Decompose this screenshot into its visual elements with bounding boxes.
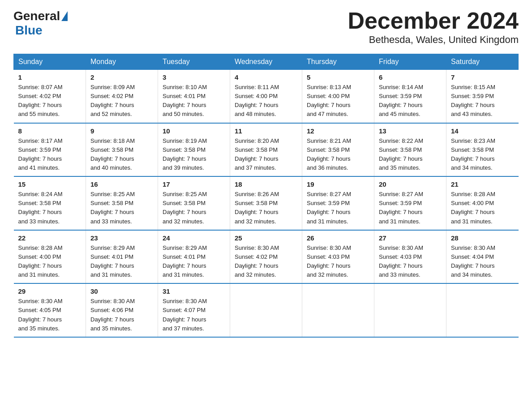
table-row: 2 Sunrise: 8:09 AM Sunset: 4:02 PM Dayli… <box>86 70 158 123</box>
day-info: Sunrise: 8:20 AM Sunset: 3:58 PM Dayligh… <box>235 137 297 173</box>
day-number: 31 <box>163 287 225 295</box>
table-row: 11 Sunrise: 8:20 AM Sunset: 3:58 PM Dayl… <box>230 123 302 177</box>
day-info: Sunrise: 8:29 AM Sunset: 4:01 PM Dayligh… <box>163 244 225 280</box>
day-info: Sunrise: 8:18 AM Sunset: 3:58 PM Dayligh… <box>90 137 153 173</box>
day-info: Sunrise: 8:13 AM Sunset: 4:00 PM Dayligh… <box>307 83 369 119</box>
day-number: 20 <box>379 180 442 188</box>
day-number: 10 <box>163 127 225 135</box>
table-row: 4 Sunrise: 8:11 AM Sunset: 4:00 PM Dayli… <box>230 70 302 123</box>
day-number: 5 <box>307 73 369 81</box>
calendar-week-row: 8 Sunrise: 8:17 AM Sunset: 3:59 PM Dayli… <box>14 123 519 177</box>
table-row: 3 Sunrise: 8:10 AM Sunset: 4:01 PM Dayli… <box>158 70 230 123</box>
table-row <box>374 283 446 337</box>
table-row: 25 Sunrise: 8:30 AM Sunset: 4:02 PM Dayl… <box>230 230 302 284</box>
month-title: December 2024 <box>348 9 519 32</box>
table-row <box>302 283 374 337</box>
day-number: 21 <box>451 180 514 188</box>
day-number: 12 <box>307 127 369 135</box>
day-number: 2 <box>90 73 153 81</box>
col-sunday: Sunday <box>14 54 86 70</box>
day-info: Sunrise: 8:28 AM Sunset: 4:00 PM Dayligh… <box>451 190 514 226</box>
day-number: 28 <box>451 234 514 242</box>
day-info: Sunrise: 8:09 AM Sunset: 4:02 PM Dayligh… <box>90 83 153 119</box>
day-info: Sunrise: 8:30 AM Sunset: 4:03 PM Dayligh… <box>307 244 369 280</box>
table-row: 14 Sunrise: 8:23 AM Sunset: 3:58 PM Dayl… <box>446 123 519 177</box>
table-row: 12 Sunrise: 8:21 AM Sunset: 3:58 PM Dayl… <box>302 123 374 177</box>
table-row: 15 Sunrise: 8:24 AM Sunset: 3:58 PM Dayl… <box>14 176 86 230</box>
table-row: 16 Sunrise: 8:25 AM Sunset: 3:58 PM Dayl… <box>86 176 158 230</box>
table-row: 21 Sunrise: 8:28 AM Sunset: 4:00 PM Dayl… <box>446 176 519 230</box>
table-row: 10 Sunrise: 8:19 AM Sunset: 3:58 PM Dayl… <box>158 123 230 177</box>
day-number: 26 <box>307 234 369 242</box>
day-info: Sunrise: 8:30 AM Sunset: 4:03 PM Dayligh… <box>379 244 442 280</box>
table-row: 24 Sunrise: 8:29 AM Sunset: 4:01 PM Dayl… <box>158 230 230 284</box>
table-row: 28 Sunrise: 8:30 AM Sunset: 4:04 PM Dayl… <box>446 230 519 284</box>
day-info: Sunrise: 8:30 AM Sunset: 4:06 PM Dayligh… <box>90 297 153 333</box>
day-number: 9 <box>90 127 153 135</box>
day-number: 17 <box>163 180 225 188</box>
day-info: Sunrise: 8:11 AM Sunset: 4:00 PM Dayligh… <box>235 83 297 119</box>
table-row: 1 Sunrise: 8:07 AM Sunset: 4:02 PM Dayli… <box>14 70 86 123</box>
col-saturday: Saturday <box>446 54 519 70</box>
table-row: 20 Sunrise: 8:27 AM Sunset: 3:59 PM Dayl… <box>374 176 446 230</box>
col-thursday: Thursday <box>302 54 374 70</box>
col-tuesday: Tuesday <box>158 54 230 70</box>
table-row: 31 Sunrise: 8:30 AM Sunset: 4:07 PM Dayl… <box>158 283 230 337</box>
table-row: 19 Sunrise: 8:27 AM Sunset: 3:59 PM Dayl… <box>302 176 374 230</box>
calendar-week-row: 29 Sunrise: 8:30 AM Sunset: 4:05 PM Dayl… <box>14 283 519 337</box>
day-info: Sunrise: 8:24 AM Sunset: 3:58 PM Dayligh… <box>18 190 82 226</box>
day-info: Sunrise: 8:07 AM Sunset: 4:02 PM Dayligh… <box>18 83 82 119</box>
day-number: 25 <box>235 234 297 242</box>
day-info: Sunrise: 8:22 AM Sunset: 3:58 PM Dayligh… <box>379 137 442 173</box>
day-number: 22 <box>18 234 82 242</box>
table-row: 9 Sunrise: 8:18 AM Sunset: 3:58 PM Dayli… <box>86 123 158 177</box>
table-row: 17 Sunrise: 8:25 AM Sunset: 3:58 PM Dayl… <box>158 176 230 230</box>
day-number: 24 <box>163 234 225 242</box>
day-number: 3 <box>163 73 225 81</box>
table-row <box>446 283 519 337</box>
logo-general-text: General <box>13 9 60 23</box>
logo-triangle-icon <box>61 11 68 21</box>
table-row: 26 Sunrise: 8:30 AM Sunset: 4:03 PM Dayl… <box>302 230 374 284</box>
calendar-week-row: 1 Sunrise: 8:07 AM Sunset: 4:02 PM Dayli… <box>14 70 519 123</box>
logo-blue-text: Blue <box>15 23 43 37</box>
day-number: 6 <box>379 73 442 81</box>
day-number: 7 <box>451 73 514 81</box>
table-row: 29 Sunrise: 8:30 AM Sunset: 4:05 PM Dayl… <box>14 283 86 337</box>
day-info: Sunrise: 8:25 AM Sunset: 3:58 PM Dayligh… <box>163 190 225 226</box>
day-number: 16 <box>90 180 153 188</box>
calendar-week-row: 22 Sunrise: 8:28 AM Sunset: 4:00 PM Dayl… <box>14 230 519 284</box>
day-info: Sunrise: 8:28 AM Sunset: 4:00 PM Dayligh… <box>18 244 82 280</box>
day-number: 15 <box>18 180 82 188</box>
day-info: Sunrise: 8:27 AM Sunset: 3:59 PM Dayligh… <box>307 190 369 226</box>
calendar-week-row: 15 Sunrise: 8:24 AM Sunset: 3:58 PM Dayl… <box>14 176 519 230</box>
table-row: 7 Sunrise: 8:15 AM Sunset: 3:59 PM Dayli… <box>446 70 519 123</box>
day-number: 18 <box>235 180 297 188</box>
col-wednesday: Wednesday <box>230 54 302 70</box>
day-number: 1 <box>18 73 82 81</box>
day-number: 27 <box>379 234 442 242</box>
day-info: Sunrise: 8:23 AM Sunset: 3:58 PM Dayligh… <box>451 137 514 173</box>
day-info: Sunrise: 8:29 AM Sunset: 4:01 PM Dayligh… <box>90 244 153 280</box>
day-info: Sunrise: 8:30 AM Sunset: 4:04 PM Dayligh… <box>451 244 514 280</box>
table-row: 6 Sunrise: 8:14 AM Sunset: 3:59 PM Dayli… <box>374 70 446 123</box>
day-info: Sunrise: 8:30 AM Sunset: 4:05 PM Dayligh… <box>18 297 82 333</box>
day-info: Sunrise: 8:30 AM Sunset: 4:02 PM Dayligh… <box>235 244 297 280</box>
col-monday: Monday <box>86 54 158 70</box>
day-number: 19 <box>307 180 369 188</box>
table-row: 27 Sunrise: 8:30 AM Sunset: 4:03 PM Dayl… <box>374 230 446 284</box>
table-row: 5 Sunrise: 8:13 AM Sunset: 4:00 PM Dayli… <box>302 70 374 123</box>
calendar-table: Sunday Monday Tuesday Wednesday Thursday… <box>13 54 519 338</box>
day-info: Sunrise: 8:19 AM Sunset: 3:58 PM Dayligh… <box>163 137 225 173</box>
location-subtitle: Bethesda, Wales, United Kingdom <box>348 34 519 46</box>
day-number: 13 <box>379 127 442 135</box>
table-row: 30 Sunrise: 8:30 AM Sunset: 4:06 PM Dayl… <box>86 283 158 337</box>
col-friday: Friday <box>374 54 446 70</box>
logo: General Blue <box>13 9 69 38</box>
table-row: 22 Sunrise: 8:28 AM Sunset: 4:00 PM Dayl… <box>14 230 86 284</box>
table-row: 8 Sunrise: 8:17 AM Sunset: 3:59 PM Dayli… <box>14 123 86 177</box>
day-info: Sunrise: 8:21 AM Sunset: 3:58 PM Dayligh… <box>307 137 369 173</box>
table-row: 18 Sunrise: 8:26 AM Sunset: 3:58 PM Dayl… <box>230 176 302 230</box>
day-info: Sunrise: 8:14 AM Sunset: 3:59 PM Dayligh… <box>379 83 442 119</box>
day-number: 11 <box>235 127 297 135</box>
